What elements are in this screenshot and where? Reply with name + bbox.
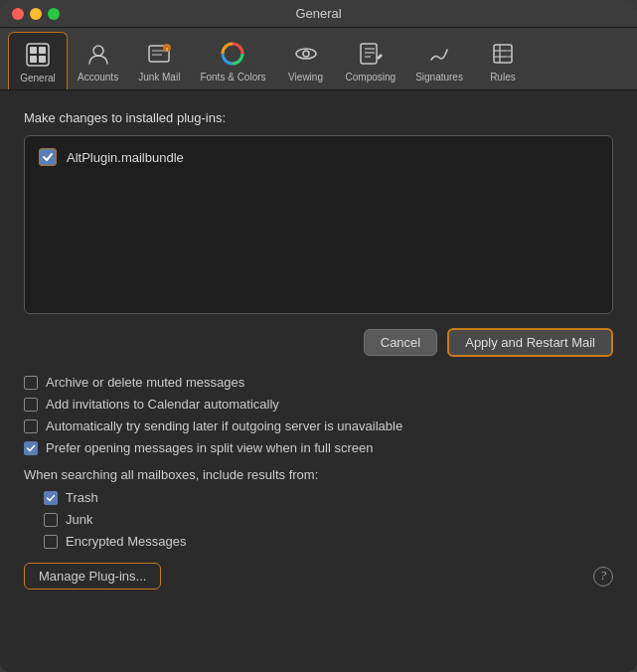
close-button[interactable] xyxy=(12,8,24,20)
window-title: General xyxy=(295,6,341,21)
checkbox-split-view-input[interactable] xyxy=(24,441,38,455)
checkbox-encrypted-label: Encrypted Messages xyxy=(66,534,186,549)
bottom-row: Manage Plug-ins... ? xyxy=(24,563,613,589)
manage-plugins-button[interactable]: Manage Plug-ins... xyxy=(24,563,161,589)
checkbox-junk: Junk xyxy=(44,512,613,527)
checkbox-trash-label: Trash xyxy=(66,490,98,505)
toolbar-label-rules: Rules xyxy=(490,72,516,83)
plugin-list: AltPlugin.mailbundle xyxy=(24,135,613,314)
checkbox-auto-send: Automatically try sending later if outgo… xyxy=(24,419,613,433)
svg-rect-1 xyxy=(30,47,37,54)
plugins-section-title: Make changes to installed plug-ins: xyxy=(24,110,613,125)
checkbox-split-view-label: Prefer opening messages in split view wh… xyxy=(46,440,374,455)
toolbar-label-general: General xyxy=(20,73,56,84)
search-section-label: When searching all mailboxes, include re… xyxy=(24,467,613,482)
svg-point-5 xyxy=(93,46,103,56)
composing-icon xyxy=(355,38,387,70)
svg-rect-14 xyxy=(361,44,377,64)
checkbox-encrypted-input[interactable] xyxy=(44,535,58,549)
plugin-button-row: Cancel Apply and Restart Mail xyxy=(24,328,613,357)
toolbar-label-signatures: Signatures xyxy=(415,72,463,83)
content-area: Make changes to installed plug-ins: AltP… xyxy=(0,90,637,672)
apply-restart-button[interactable]: Apply and Restart Mail xyxy=(447,328,613,357)
checkbox-junk-input[interactable] xyxy=(44,513,58,527)
toolbar-item-fonts-colors[interactable]: Fonts & Colors xyxy=(190,32,275,89)
main-window: General General Accoun xyxy=(0,0,637,672)
title-bar: General xyxy=(0,0,637,28)
svg-rect-18 xyxy=(494,45,512,63)
plugin-item: AltPlugin.mailbundle xyxy=(33,144,604,170)
checkbox-archive-input[interactable] xyxy=(24,376,38,390)
svg-point-13 xyxy=(303,51,309,57)
toolbar-label-accounts: Accounts xyxy=(78,72,118,83)
checkbox-auto-send-label: Automatically try sending later if outgo… xyxy=(46,419,402,433)
checkbox-archive: Archive or delete muted messages xyxy=(24,375,613,390)
toolbar-item-accounts[interactable]: Accounts xyxy=(68,32,128,89)
viewing-icon xyxy=(290,38,322,70)
cancel-button[interactable]: Cancel xyxy=(364,329,437,356)
junk-mail-icon: ! xyxy=(143,38,175,70)
checkbox-archive-label: Archive or delete muted messages xyxy=(46,375,244,390)
checkbox-junk-label: Junk xyxy=(66,512,92,527)
toolbar-item-signatures[interactable]: Signatures xyxy=(405,32,473,89)
checkbox-trash-input[interactable] xyxy=(44,491,58,505)
maximize-button[interactable] xyxy=(48,8,60,20)
accounts-icon xyxy=(82,38,114,70)
checkbox-split-view: Prefer opening messages in split view wh… xyxy=(24,440,613,455)
general-icon xyxy=(22,39,54,71)
plugin-name-altplugin: AltPlugin.mailbundle xyxy=(67,150,184,165)
minimize-button[interactable] xyxy=(30,8,42,20)
checkbox-invitations: Add invitations to Calendar automaticall… xyxy=(24,397,613,412)
checkbox-invitations-label: Add invitations to Calendar automaticall… xyxy=(46,397,279,412)
checkbox-encrypted: Encrypted Messages xyxy=(44,534,613,549)
plugin-checkbox-altplugin[interactable] xyxy=(39,148,57,166)
checkbox-auto-send-input[interactable] xyxy=(24,420,38,433)
search-checkboxes: Trash Junk Encrypted Messages xyxy=(44,490,613,549)
checkbox-trash: Trash xyxy=(44,490,613,505)
signatures-icon xyxy=(423,38,455,70)
traffic-lights xyxy=(12,8,60,20)
toolbar-item-rules[interactable]: Rules xyxy=(473,32,533,89)
rules-icon xyxy=(487,38,519,70)
toolbar-item-junk-mail[interactable]: ! Junk Mail xyxy=(128,32,190,89)
fonts-colors-icon xyxy=(217,38,248,70)
help-button[interactable]: ? xyxy=(593,567,613,587)
toolbar-label-composing: Composing xyxy=(346,72,397,83)
toolbar-label-junk-mail: Junk Mail xyxy=(138,72,180,83)
toolbar-item-viewing[interactable]: Viewing xyxy=(276,32,336,89)
svg-rect-2 xyxy=(39,47,46,54)
toolbar-item-composing[interactable]: Composing xyxy=(336,32,406,89)
toolbar-label-fonts-colors: Fonts & Colors xyxy=(200,72,265,83)
svg-rect-3 xyxy=(30,56,37,63)
checkbox-invitations-input[interactable] xyxy=(24,398,38,412)
toolbar-item-general[interactable]: General xyxy=(8,32,68,89)
svg-rect-4 xyxy=(39,56,46,63)
toolbar: General Accounts ! Junk Mail xyxy=(0,28,637,90)
svg-text:!: ! xyxy=(166,47,168,53)
toolbar-label-viewing: Viewing xyxy=(288,72,323,83)
